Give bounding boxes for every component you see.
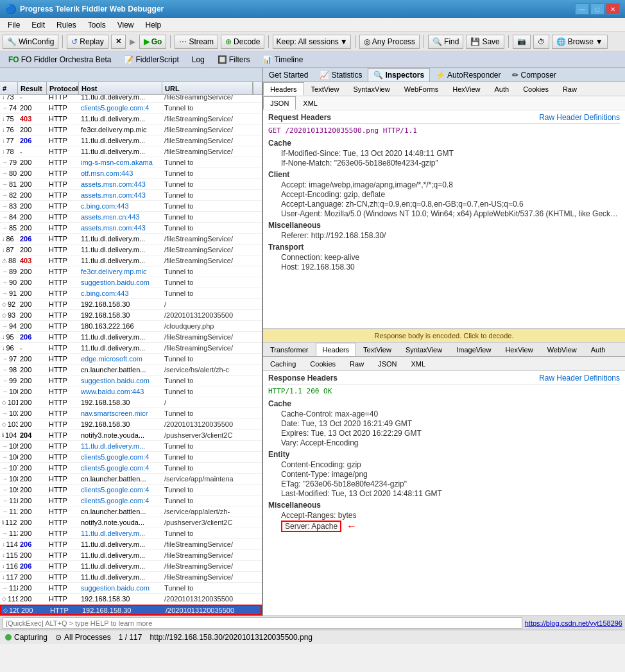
log-button[interactable]: Log: [186, 53, 210, 66]
session-row[interactable]: ↓ 77 206 HTTP 11.tlu.dl.delivery.m... /f…: [0, 135, 262, 146]
menu-edit[interactable]: Edit: [26, 19, 50, 31]
sessions-list[interactable]: → 68 200 HTTP c.bing.com:443 Tunnel to →…: [0, 95, 262, 616]
session-row[interactable]: ℹ 112 200 HTTP notify3.note.youda... /pu…: [0, 517, 262, 528]
menu-view[interactable]: View: [112, 19, 139, 31]
session-row[interactable]: → 109 200 HTTP clients5.google.com:4 Tun…: [0, 485, 262, 495]
session-row[interactable]: → 110 200 HTTP clients5.google.com:4 Tun…: [0, 495, 262, 506]
session-row[interactable]: ↓ 75 403 HTTP 11.tlu.dl.delivery.m... /f…: [0, 114, 262, 125]
col-header-url[interactable]: URL: [162, 82, 253, 94]
decode-button[interactable]: ⊕ Decode: [221, 35, 264, 49]
statistics-tab[interactable]: 📈 Statistics: [314, 68, 368, 82]
fiddler-orchestra-button[interactable]: FO FO Fiddler Orchestra Beta: [3, 53, 117, 66]
composer-tab[interactable]: ✏ Composer: [506, 68, 561, 82]
find-button[interactable]: 🔍 Find: [428, 35, 463, 49]
session-row[interactable]: ◇ 119 200 HTTP 192.168.158.30 /202010131…: [0, 594, 262, 605]
timer-button[interactable]: ⏱: [533, 35, 549, 49]
resp-subtab-raw[interactable]: Raw: [343, 357, 371, 370]
session-row[interactable]: → 83 200 HTTP c.bing.com:443 Tunnel to: [0, 201, 262, 212]
resp-subtab-xml[interactable]: XML: [404, 357, 432, 370]
fiddler-script-button[interactable]: 📝 FiddlerScript: [118, 53, 184, 66]
tab-auth[interactable]: Auth: [488, 82, 517, 96]
col-header-hash[interactable]: #: [0, 82, 18, 94]
go-button[interactable]: ▶ Go: [139, 35, 167, 49]
filters-button[interactable]: 🔲 Filters: [212, 53, 256, 66]
winconfig-button[interactable]: 🔧 WinConfig: [3, 35, 58, 49]
keep-sessions-dropdown[interactable]: Keep: All sessions ▼: [273, 35, 350, 49]
session-row[interactable]: ↓ 96 - HTTP 11.tlu.dl.delivery.m... /fil…: [0, 343, 262, 354]
session-row[interactable]: ◇ 101 200 HTTP 192.168.158.30 /: [0, 397, 262, 408]
session-row[interactable]: ↓ 117 200 HTTP 11.tlu.dl.delivery.m... /…: [0, 572, 262, 583]
maximize-button[interactable]: □: [590, 3, 604, 15]
col-header-result[interactable]: Result: [18, 82, 47, 94]
session-row[interactable]: → 113 200 HTTP 11.tlu.dl.delivery.m... T…: [0, 528, 262, 539]
resp-tab-transformer[interactable]: Transformer: [263, 343, 316, 356]
session-row[interactable]: → 106 200 HTTP clients5.google.com:4 Tun…: [0, 452, 262, 463]
session-row[interactable]: → 99 200 HTTP suggestion.baidu.com Tunne…: [0, 375, 262, 386]
replay-button[interactable]: ↺ Replay: [67, 35, 108, 49]
tab-json[interactable]: JSON: [263, 96, 296, 110]
menu-file[interactable]: File: [3, 19, 25, 31]
session-row[interactable]: → 80 200 HTTP otf.msn.com:443 Tunnel to: [0, 168, 262, 179]
session-row[interactable]: ↓ 87 200 HTTP 11.tlu.dl.delivery.m... /f…: [0, 245, 262, 255]
session-row[interactable]: ↓ 76 200 HTTP fe3cr.delivery.mp.mic /fil…: [0, 125, 262, 135]
resp-subtab-cookies[interactable]: Cookies: [303, 357, 343, 370]
session-row[interactable]: → 74 200 HTTP clients5.google.com:4 Tunn…: [0, 103, 262, 114]
timeline-button[interactable]: 📊 Timeline: [257, 53, 309, 66]
session-row[interactable]: → 91 200 HTTP c.bing.com:443 Tunnel to: [0, 288, 262, 299]
session-row[interactable]: ℹ 104 204 HTTP notify3.note.youda... /pu…: [0, 430, 262, 441]
tab-raw[interactable]: Raw: [556, 82, 584, 96]
inspectors-tab[interactable]: 🔍 Inspectors: [368, 68, 430, 82]
resp-tab-headers[interactable]: Headers: [316, 343, 357, 356]
get-started-tab[interactable]: Get Started: [263, 68, 314, 82]
session-row[interactable]: → 81 200 HTTP assets.msn.com:443 Tunnel …: [0, 179, 262, 190]
quickexec-input[interactable]: [3, 617, 522, 629]
session-row[interactable]: → 102 200 HTTP nav.smartscreen.micr Tunn…: [0, 408, 262, 419]
session-row[interactable]: → 85 200 HTTP assets.msn.com:443 Tunnel …: [0, 223, 262, 234]
session-row[interactable]: ◇ 92 200 HTTP 192.168.158.30 /: [0, 299, 262, 310]
resp-tab-webview[interactable]: WebView: [540, 343, 584, 356]
header-defs-link[interactable]: Header Definitions: [556, 113, 620, 122]
resp-tab-textview[interactable]: TextView: [356, 343, 398, 356]
resp-tab-imageview[interactable]: ImageView: [449, 343, 498, 356]
session-row[interactable]: → 100 200 HTTP www.baidu.com:443 Tunnel …: [0, 386, 262, 397]
session-row[interactable]: → 94 200 HTTP 180.163.222.166 /cloudquer…: [0, 321, 262, 332]
tab-xml[interactable]: XML: [296, 96, 325, 110]
menu-tools[interactable]: Tools: [83, 19, 111, 31]
x-button[interactable]: ✕: [111, 35, 126, 49]
session-row[interactable]: → 90 200 HTTP suggestion.baidu.com Tunne…: [0, 277, 262, 288]
session-row[interactable]: → 79 200 HTTP img-s-msn-com.akama Tunnel…: [0, 157, 262, 168]
raw-link[interactable]: Raw: [539, 113, 554, 122]
session-row[interactable]: ↓ 116 206 HTTP 11.tlu.dl.delivery.m... /…: [0, 561, 262, 572]
tab-syntaxview[interactable]: SyntaxView: [346, 82, 397, 96]
resp-header-defs-link[interactable]: Header Definitions: [556, 374, 620, 383]
resp-raw-link[interactable]: Raw: [539, 374, 554, 383]
session-row[interactable]: ↓ 73 - HTTP 11.tlu.dl.delivery.m... /fil…: [0, 95, 262, 103]
session-row[interactable]: ↓ 114 206 HTTP 11.tlu.dl.delivery.m... /…: [0, 539, 262, 550]
session-row[interactable]: → 98 200 HTTP cn.launcher.battlen... /se…: [0, 365, 262, 375]
save-button[interactable]: 💾 Save: [466, 35, 504, 49]
menu-help[interactable]: Help: [141, 19, 167, 31]
session-row[interactable]: → 105 200 HTTP 11.tlu.dl.delivery.m... T…: [0, 441, 262, 452]
resp-tab-syntaxview[interactable]: SyntaxView: [398, 343, 449, 356]
session-row[interactable]: ◇ 103 200 HTTP 192.168.158.30 /202010131…: [0, 419, 262, 430]
session-row[interactable]: → 118 200 HTTP suggestion.baidu.com Tunn…: [0, 583, 262, 594]
resp-subtab-caching[interactable]: Caching: [263, 357, 303, 370]
session-row[interactable]: → 108 200 HTTP cn.launcher.battlen... /s…: [0, 474, 262, 485]
session-row[interactable]: ↓ 78 - HTTP 11.tlu.dl.delivery.m... /fil…: [0, 146, 262, 157]
session-row[interactable]: → 82 200 HTTP assets.msn.com:443 Tunnel …: [0, 190, 262, 201]
tab-hexview[interactable]: HexView: [445, 82, 487, 96]
session-row[interactable]: ↓ 86 206 HTTP 11.tlu.dl.delivery.m... /f…: [0, 234, 262, 245]
response-divider[interactable]: Response body is encoded. Click to decod…: [263, 329, 625, 343]
minimize-button[interactable]: —: [575, 3, 589, 15]
tab-cookies[interactable]: Cookies: [516, 82, 556, 96]
tab-webforms[interactable]: WebForms: [397, 82, 446, 96]
session-row[interactable]: → 107 200 HTTP clients5.google.com:4 Tun…: [0, 463, 262, 474]
session-row[interactable]: ⚠ 88 403 HTTP 11.tlu.dl.delivery.m... /f…: [0, 255, 262, 266]
snapshot-button[interactable]: 📷: [513, 35, 531, 49]
tab-textview[interactable]: TextView: [304, 82, 347, 96]
tab-headers[interactable]: Headers: [263, 82, 304, 96]
menu-rules[interactable]: Rules: [51, 19, 81, 31]
browse-button[interactable]: 🌐 Browse ▼: [552, 35, 608, 49]
autoresponder-tab[interactable]: ⚡ AutoResponder: [430, 68, 506, 82]
stream-button[interactable]: ⋯ Stream: [175, 35, 218, 49]
